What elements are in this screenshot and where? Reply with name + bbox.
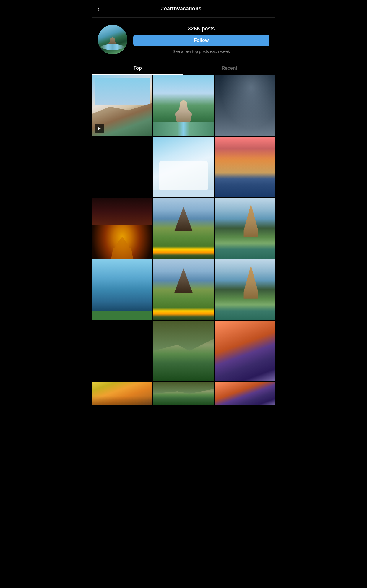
tab-recent[interactable]: Recent (184, 61, 275, 75)
tabs-nav: Top Recent (92, 61, 275, 75)
photo-image-9 (92, 259, 153, 320)
tab-top[interactable]: Top (92, 61, 184, 75)
grid-item-1[interactable] (92, 75, 153, 136)
grid-item-5[interactable] (215, 137, 275, 197)
grid-item-13[interactable] (215, 321, 275, 381)
photo-image-3 (215, 75, 275, 136)
reel-icon-1 (95, 124, 104, 133)
more-options-button[interactable]: ··· (263, 5, 270, 13)
grid-item-2[interactable] (153, 75, 214, 136)
grid-item-14[interactable] (92, 382, 153, 405)
follow-button[interactable]: Follow (133, 35, 269, 46)
grid-item-3[interactable] (215, 75, 275, 136)
grid-item-7[interactable] (153, 198, 214, 259)
photo-image-7 (153, 198, 214, 259)
photo-image-16 (215, 382, 275, 405)
grid-item-4[interactable] (153, 137, 214, 197)
photo-image-12 (153, 321, 214, 381)
photo-image-4 (153, 137, 214, 197)
weekly-description: See a few top posts each week (173, 49, 230, 54)
grid-item-6[interactable] (92, 198, 153, 259)
back-button[interactable]: ‹ (97, 4, 100, 13)
photo-image-11 (215, 259, 275, 320)
photo-image-14 (92, 382, 153, 405)
photo-image-5 (215, 137, 275, 197)
grid-item-16[interactable] (215, 382, 275, 405)
photo-image-8 (215, 198, 275, 259)
profile-section: 326K posts Follow See a few top posts ea… (92, 18, 275, 59)
photo-image-6 (92, 198, 153, 259)
grid-item-12[interactable] (153, 321, 214, 381)
photo-image-10 (153, 259, 214, 320)
photo-image-15 (153, 382, 214, 405)
avatar-image (98, 25, 127, 54)
hashtag-avatar (98, 25, 127, 54)
posts-number: 326K (188, 26, 200, 32)
photo-image-2 (153, 75, 214, 136)
page-title: #earthvacations (100, 6, 263, 12)
grid-item-11[interactable] (215, 259, 275, 320)
grid-item-15[interactable] (153, 382, 214, 405)
profile-info: 326K posts Follow See a few top posts ea… (133, 26, 269, 54)
grid-item-10[interactable] (153, 259, 214, 320)
photo-image-13 (215, 321, 275, 381)
photo-grid (92, 75, 275, 405)
grid-item-8[interactable] (215, 198, 275, 259)
header: ‹ #earthvacations ··· (92, 0, 275, 17)
posts-label: posts (201, 26, 215, 32)
grid-item-9[interactable] (92, 259, 153, 320)
posts-count: 326K posts (188, 26, 215, 32)
